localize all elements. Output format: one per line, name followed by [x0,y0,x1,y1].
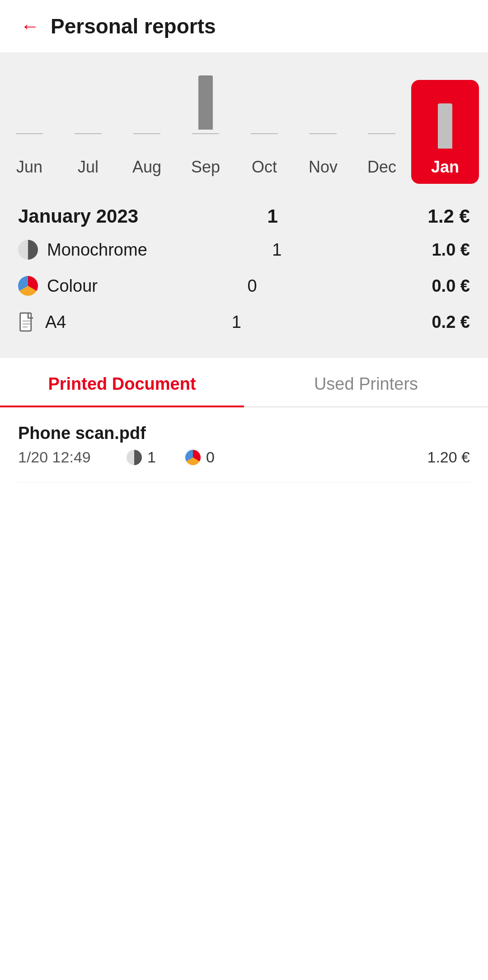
month-divider [75,133,102,134]
svg-rect-0 [20,313,31,331]
stats-total-count: 1 [259,205,286,227]
tab-printed-document[interactable]: Printed Document [0,358,244,406]
month-label: Jul [78,152,99,184]
document-date: 1/20 12:49 [18,448,127,466]
month-item-aug[interactable]: Aug [117,61,176,184]
bar-container [59,61,117,133]
monochrome-icon [18,240,38,260]
month-label: Sep [191,152,220,184]
stats-label-color: Colour [18,276,98,296]
back-arrow-icon: ← [20,17,39,36]
month-label: Jan [431,152,459,184]
stats-period: January 2023 [18,205,138,227]
doc-color-stat: 0 [185,448,244,466]
month-item-sep[interactable]: Sep [176,61,235,184]
document-item[interactable]: Phone scan.pdf1/20 12:49101.20 € [18,407,470,483]
row-price: 0.0 € [407,276,470,296]
chart-section: JunJulAugSepOctNovDecJan January 2023 1 … [0,53,488,358]
document-list: Phone scan.pdf1/20 12:49101.20 € [0,407,488,483]
month-label: Aug [132,152,161,184]
bar-container [352,61,411,133]
content-area: Phone scan.pdf1/20 12:49101.20 € [0,407,488,814]
row-label-text: Monochrome [47,240,147,260]
month-divider [133,133,160,134]
month-item-nov[interactable]: Nov [294,61,352,184]
bar-container [416,80,474,152]
document-meta: 1/20 12:49101.20 € [18,448,470,466]
month-label: Jun [16,152,42,184]
row-count: 1 [223,313,250,332]
stats-label-page: A4 [18,312,66,332]
header: ← Personal reports [0,0,488,53]
bar-container [0,61,59,133]
page-icon [18,312,36,332]
stats-main-row: January 2023 1 1.2 € [18,197,470,232]
month-item-jul[interactable]: Jul [59,61,117,184]
month-item-jan[interactable]: Jan [411,80,479,184]
document-price: 1.20 € [427,448,470,466]
bar-container [235,61,294,133]
row-price: 0.2 € [407,313,470,332]
row-count: 0 [239,276,266,296]
month-label: Nov [309,152,338,184]
month-divider [16,133,43,134]
tab-used-printers[interactable]: Used Printers [244,358,488,406]
row-price: 1.0 € [407,240,470,260]
month-item-jun[interactable]: Jun [0,61,59,184]
month-divider [310,133,337,134]
month-label: Dec [367,152,396,184]
month-divider [192,133,219,134]
doc-color-icon [185,450,201,465]
month-divider [368,133,395,134]
page-title: Personal reports [51,14,216,38]
tabs-bar: Printed Document Used Printers [0,358,488,407]
month-bar [438,103,452,149]
month-scroll[interactable]: JunJulAugSepOctNovDecJan [0,53,488,184]
doc-mono-count: 1 [147,448,156,466]
row-label-text: Colour [47,276,98,296]
month-label: Oct [252,152,277,184]
month-bar [198,75,213,130]
back-button[interactable]: ← [16,13,43,40]
bar-container [294,61,352,133]
stats-total-price: 1.2 € [407,205,470,227]
bar-container [117,61,176,133]
doc-mono-stat: 1 [127,448,185,466]
month-item-dec[interactable]: Dec [352,61,411,184]
stats-row-colour: Colour00.0 € [18,268,470,304]
month-divider [251,133,278,134]
stats-section: January 2023 1 1.2 € Monochrome11.0 €Col… [0,184,488,358]
stats-row-a4: A410.2 € [18,304,470,340]
doc-mono-icon [127,450,142,465]
row-count: 1 [263,240,291,260]
color-icon [18,276,38,296]
doc-color-count: 0 [206,448,215,466]
stats-row-monochrome: Monochrome11.0 € [18,232,470,268]
bar-container [176,61,235,133]
row-label-text: A4 [45,313,66,332]
month-item-oct[interactable]: Oct [235,61,294,184]
stats-label-mono: Monochrome [18,240,147,260]
document-name: Phone scan.pdf [18,424,470,443]
